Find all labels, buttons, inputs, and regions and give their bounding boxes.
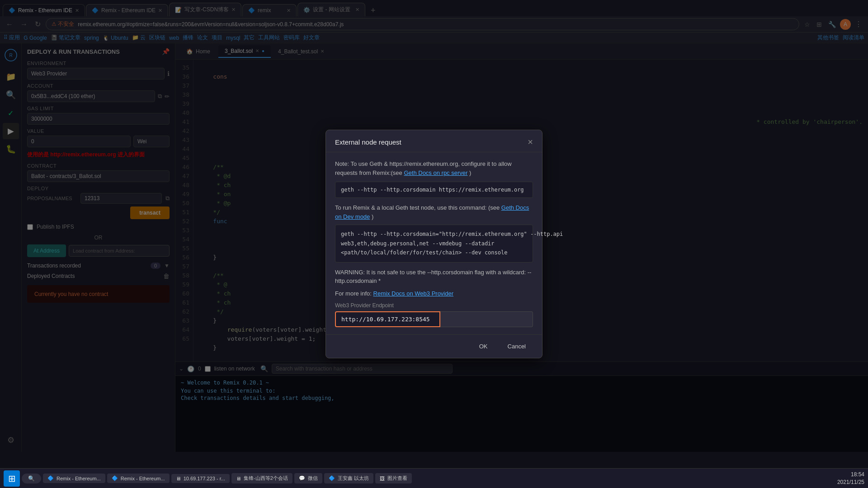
dialog-body: Note: To use Geth & https://remix.ethere… [326,152,542,334]
geth-command-block: geth --http --http.corsdomain https://re… [335,182,533,198]
taskbar-wechat-label: 微信 [308,475,318,482]
local-text: To run Remix & a local Geth test node, u… [335,204,500,211]
taskbar: ⊞ 🔍 🔷 Remix - Ethereum... 🔷 Remix - Ethe… [0,468,868,488]
dialog-title: External node request [335,138,401,146]
taskbar-clock: 18:54 2021/11/25 [837,471,864,486]
warning-text: WARNING: It is not safe to use the --htt… [335,269,531,285]
taskbar-date: 2021/11/25 [837,479,864,486]
local-geth-text: To run Remix & a local Geth test node, u… [335,203,533,221]
taskbar-node-label: 10.69.177.223 - r... [184,476,225,481]
dialog-warning: WARNING: It is not safe to use the --htt… [335,268,533,286]
taskbar-node-icon: 🖥 [176,476,181,481]
cancel-button[interactable]: Cancel [500,340,533,352]
taskbar-app-remix2[interactable]: 🔷 Remix - Ethereum... [107,474,170,483]
remix-docs-link[interactable]: Remix Docs on Web3 Provider [373,290,454,297]
endpoint-label: Web3 Provider Endpoint [335,302,533,309]
taskbar-wechat-icon: 💬 [299,475,305,481]
dialog-footer: OK Cancel [326,334,542,358]
dialog-note: Note: To use Geth & https://remix.ethere… [335,160,533,177]
taskbar-app-remix1[interactable]: 🔷 Remix - Ethereum... [43,474,105,483]
taskbar-time: 18:54 [837,471,864,479]
taskbar-remix2-icon: 🔷 [112,475,118,481]
taskbar-right: 18:54 2021/11/25 [837,471,864,486]
taskbar-ethereum-label: 王安鑫 以太坊 [338,475,369,482]
taskbar-ethereum-icon: 🔷 [329,475,335,481]
dialog-overlay: External node request × Note: To use Get… [0,0,868,488]
taskbar-jifeng-label: 集锋-山西等2个会话 [244,475,288,482]
taskbar-images-label: 图片查看 [387,475,407,482]
taskbar-images-icon: 🖼 [380,476,385,481]
dialog-close-button[interactable]: × [528,137,533,146]
geth-docs-rpc-link[interactable]: Geth Docs on rpc server [404,169,467,176]
dialog-header: External node request × [326,130,542,152]
dialog-more-info: For more info: Remix Docs on Web3 Provid… [335,290,533,297]
local-geth-command-block: geth --http --http.corsdomain="http://re… [335,225,533,262]
taskbar-app-ethereum[interactable]: 🔷 王安鑫 以太坊 [324,473,373,483]
geth-command-text: geth --http --http.corsdomain https://re… [341,187,524,193]
taskbar-remix1-icon: 🔷 [47,475,54,481]
taskbar-app-wechat[interactable]: 💬 微信 [294,473,322,483]
taskbar-search-icon: 🔍 [28,475,35,482]
taskbar-remix2-label: Remix - Ethereum... [121,476,165,481]
local-end: ) [372,213,373,220]
dialog: External node request × Note: To use Get… [326,130,542,358]
note-end: ) [469,169,471,176]
taskbar-remix1-label: Remix - Ethereum... [57,476,101,481]
more-info-text: For more info: [335,290,372,297]
endpoint-input[interactable] [335,311,440,327]
taskbar-jifeng-icon: 🖥 [236,476,241,481]
taskbar-app-node[interactable]: 🖥 10.69.177.223 - r... [171,474,230,483]
start-button[interactable]: ⊞ [4,470,20,487]
ok-button[interactable]: OK [472,340,495,352]
taskbar-app-jifeng[interactable]: 🖥 集锋-山西等2个会话 [231,473,292,483]
endpoint-section: Web3 Provider Endpoint [335,302,533,327]
taskbar-search[interactable]: 🔍 [22,474,41,483]
endpoint-rest-area [440,311,533,327]
taskbar-app-images[interactable]: 🖼 图片查看 [375,473,412,483]
endpoint-input-row [335,311,533,327]
